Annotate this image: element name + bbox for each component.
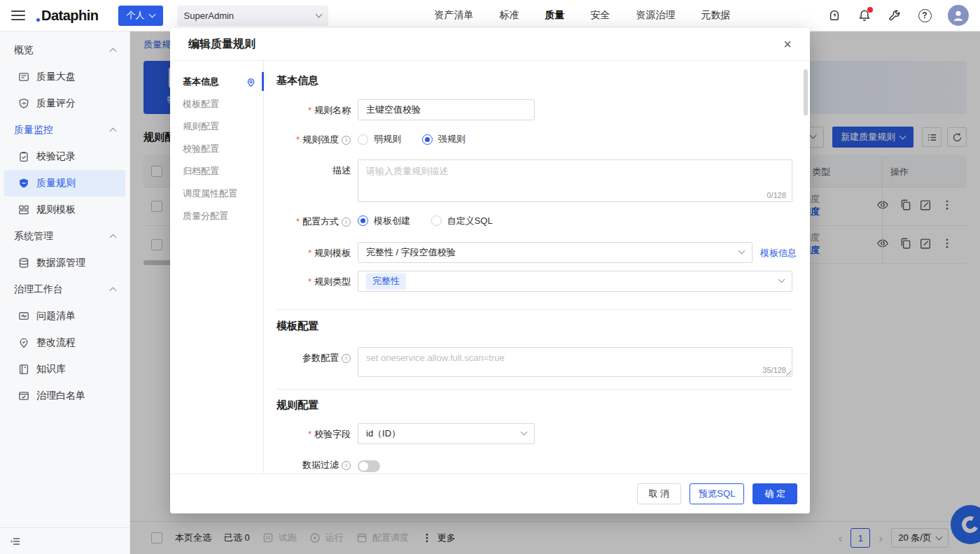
clipboard-check-icon <box>18 151 29 162</box>
template-info-link[interactable]: 模板信息 <box>760 242 797 260</box>
modal-scrollbar[interactable] <box>804 69 808 115</box>
section-rule-config: 规则配置 <box>276 399 792 412</box>
dashboard-icon <box>18 71 29 83</box>
section-divider <box>276 389 792 390</box>
chevron-down-icon <box>148 11 155 18</box>
rule-strength-label: *规则强度i <box>276 132 351 146</box>
rule-type-label: *规则类型 <box>276 271 351 288</box>
topbar-icons: ? <box>827 5 969 26</box>
modal-form: 基本信息 *规则名称 主键空值校验 *规则强度i 弱规则 强规则 描述 请输入质… <box>264 61 810 474</box>
sidebar-item-quality-score[interactable]: 质量评分 <box>4 90 125 117</box>
workspace-switcher-button[interactable]: 个人 <box>118 6 163 26</box>
edit-quality-rule-modal: 编辑质量规则 × 基本信息 模板配置 规则配置 校验配置 归档配置 调度属性配置… <box>170 28 810 513</box>
notification-badge <box>867 7 873 13</box>
modal-footer: 取 消 预览SQL 确 定 <box>170 474 810 513</box>
chevron-down-icon <box>778 276 785 283</box>
database-icon <box>18 257 29 269</box>
section-template-config: 模板配置 <box>276 320 792 333</box>
radio-custom-sql[interactable]: 自定义SQL <box>431 215 493 227</box>
collapse-sidebar-button[interactable] <box>0 527 130 554</box>
ok-button[interactable]: 确 定 <box>752 483 797 504</box>
sidebar-item-datasource-management[interactable]: 数据源管理 <box>4 250 125 276</box>
quota-lightning-icon[interactable] <box>827 8 841 22</box>
sidebar-item-knowledge-base[interactable]: 知识库 <box>4 356 125 383</box>
sidebar-section-quality-monitoring[interactable]: 质量监控 <box>0 117 130 143</box>
description-textarea[interactable]: 请输入质量规则描述 0/128 <box>358 159 792 202</box>
cancel-button[interactable]: 取 消 <box>637 483 682 504</box>
top-nav-quality[interactable]: 质量 <box>545 9 565 22</box>
sidebar-item-quality-dashboard[interactable]: 质量大盘 <box>4 64 125 90</box>
data-filter-toggle[interactable] <box>358 460 380 472</box>
sidebar: 概览 质量大盘 质量评分 质量监控 校验记录 质量规则 规则模板 系统管理 数据… <box>0 31 130 554</box>
sidebar-section-governance-workbench[interactable]: 治理工作台 <box>0 276 130 303</box>
help-icon[interactable]: ? <box>918 8 932 22</box>
info-icon: i <box>342 354 351 363</box>
chevron-down-icon <box>521 429 528 436</box>
tools-wrench-icon[interactable] <box>888 8 902 22</box>
modal-header: 编辑质量规则 × <box>170 28 810 61</box>
close-icon[interactable]: × <box>783 37 792 51</box>
modal-nav-basic-info[interactable]: 基本信息 <box>170 71 263 93</box>
collapse-icon <box>10 536 21 547</box>
modal-title: 编辑质量规则 <box>188 37 255 52</box>
info-icon: i <box>342 461 351 470</box>
rule-name-label: *规则名称 <box>276 99 351 117</box>
user-avatar[interactable] <box>948 5 969 26</box>
sidebar-section-system-management[interactable]: 系统管理 <box>0 223 130 250</box>
chevron-up-icon <box>110 48 117 55</box>
sidebar-item-quality-rules[interactable]: 质量规则 <box>4 170 125 197</box>
param-config-textarea[interactable]: set oneservice.allow.full.scan=true 35/1… <box>358 347 792 377</box>
radio-weak-rule[interactable]: 弱规则 <box>358 133 401 145</box>
sidebar-section-overview[interactable]: 概览 <box>0 37 130 64</box>
preview-sql-button[interactable]: 预览SQL <box>690 483 744 504</box>
template-icon <box>18 204 29 215</box>
radio-strong-rule[interactable]: 强规则 <box>422 133 465 145</box>
modal-anchor-nav: 基本信息 模板配置 规则配置 校验配置 归档配置 调度属性配置 质量分配置 <box>170 61 264 474</box>
modal-nav-score-config[interactable]: 质量分配置 <box>170 205 263 227</box>
char-counter: 35/128 <box>762 366 786 374</box>
modal-nav-check-config[interactable]: 校验配置 <box>170 138 263 160</box>
info-icon: i <box>342 218 351 227</box>
notifications-bell-icon[interactable] <box>858 8 872 22</box>
sidebar-item-rectify-flow[interactable]: 整改流程 <box>4 329 125 356</box>
top-nav-asset-list[interactable]: 资产清单 <box>435 9 474 22</box>
check-field-select[interactable]: id（ID） <box>358 423 535 444</box>
pin-check-icon <box>18 337 29 348</box>
sidebar-item-governance-whitelist[interactable]: 治理白名单 <box>4 383 125 409</box>
modal-nav-archive-config[interactable]: 归档配置 <box>170 160 263 183</box>
monitor-pulse-icon <box>18 311 29 322</box>
radio-checked-icon <box>358 215 368 226</box>
rule-template-select[interactable]: 完整性 / 字段空值校验 <box>358 242 752 263</box>
description-label: 描述 <box>276 159 351 177</box>
modal-nav-schedule-config[interactable]: 调度属性配置 <box>170 183 263 205</box>
rule-type-select[interactable]: 完整性 <box>358 271 792 292</box>
description-placeholder: 请输入质量规则描述 <box>366 166 448 176</box>
rule-name-input[interactable]: 主键空值校验 <box>358 99 535 120</box>
top-nav-security[interactable]: 安全 <box>591 9 610 22</box>
menu-icon[interactable] <box>11 10 25 20</box>
param-config-label: 参数配置i <box>276 347 351 364</box>
top-nav-resource-governance[interactable]: 资源治理 <box>636 9 676 22</box>
chevron-up-icon <box>110 234 117 241</box>
top-nav: 资产清单 标准 质量 安全 资源治理 元数据 <box>435 9 731 22</box>
shield-rule-icon <box>18 178 29 189</box>
top-nav-metadata[interactable]: 元数据 <box>701 9 731 22</box>
modal-nav-template-config[interactable]: 模板配置 <box>170 93 263 115</box>
tenant-select[interactable]: SuperAdmin <box>177 6 328 26</box>
book-icon <box>18 364 29 375</box>
chevron-up-icon <box>110 287 117 294</box>
section-divider <box>276 309 792 310</box>
top-nav-standard[interactable]: 标准 <box>500 9 519 22</box>
sidebar-item-check-records[interactable]: 校验记录 <box>4 143 125 170</box>
sidebar-item-rule-templates[interactable]: 规则模板 <box>4 197 125 223</box>
logo-text: Dataphin <box>41 8 99 24</box>
rule-template-label: *规则模板 <box>276 242 351 260</box>
radio-template-create[interactable]: 模板创建 <box>358 215 410 227</box>
modal-nav-rule-config[interactable]: 规则配置 <box>170 115 263 138</box>
active-nav-indicator <box>262 72 264 91</box>
location-pin-icon <box>246 77 256 87</box>
logo-dot-icon <box>36 18 40 22</box>
sidebar-item-issue-list[interactable]: 问题清单 <box>4 303 125 329</box>
radio-checked-icon <box>422 134 433 145</box>
data-filter-label: 数据过滤i <box>276 457 351 471</box>
